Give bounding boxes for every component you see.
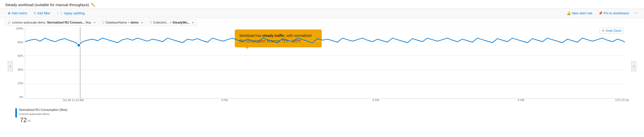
legend-unit: % [27, 119, 30, 123]
pin-dashboard-label: Pin to dashboard [604, 11, 629, 15]
add-metric-label: Add metric [12, 11, 27, 15]
legend-value: 72 [20, 117, 27, 124]
filter-db: ▽ DatabaseName = demo ✕ [100, 20, 145, 25]
x-label-0: Oct 08 11:43 AM [63, 99, 84, 102]
y-label-0: 0% [19, 96, 23, 99]
chart-outer: ‹ › 100% 80% 60% 40% 20% 0% ↺ Undo Zoom [8, 27, 636, 106]
add-filter-icon: ▽ [34, 11, 36, 15]
edit-icon[interactable]: ✏️ [91, 3, 95, 7]
legend-value-row: 72 % [19, 117, 67, 124]
filter-row: 📈 cosmos-autoscale-demo, Normalized RU C… [0, 18, 644, 27]
x-axis: Oct 08 11:43 AM 3 PM 6 PM 9 PM UTC-07:00 [25, 99, 630, 106]
x-label-utc: UTC-07:00 [615, 99, 629, 102]
legend-metric-name: Normalized RU Consumption (Max) [19, 108, 67, 112]
remove-collection-button[interactable]: ✕ [192, 21, 194, 24]
filter-collection-text: Collection... = SteadyWo... [153, 21, 190, 24]
x-label-2: 6 PM [372, 99, 379, 102]
filter-collection-icon: ▽ [150, 21, 152, 24]
toolbar-right: 🔔 New alert rule 📌 Pin to dashboard ··· [564, 10, 639, 16]
y-label-40: 40% [18, 68, 23, 71]
pin-icon: 📌 [598, 11, 603, 15]
legend-row: Normalized RU Consumption (Max) cosmos-a… [0, 106, 644, 125]
filter-metric: 📈 cosmos-autoscale-demo, Normalized RU C… [5, 20, 98, 25]
nav-right-button[interactable]: › [631, 61, 636, 71]
apply-splitting-icon: ⋮⋮ [56, 11, 63, 15]
legend-info: Normalized RU Consumption (Max) cosmos-a… [19, 108, 67, 124]
alert-rule-button[interactable]: 🔔 New alert rule [564, 10, 595, 16]
page-wrapper: Steady workload (suitable for manual thr… [0, 0, 644, 137]
y-label-60: 60% [18, 54, 23, 57]
alert-rule-label: New alert rule [572, 11, 592, 15]
y-axis: 100% 80% 60% 40% 20% 0% [14, 27, 25, 99]
remove-db-button[interactable]: ✕ [141, 21, 143, 24]
filter-collection: ▽ Collection... = SteadyWo... ✕ [147, 20, 196, 25]
add-metric-button[interactable]: ⊕ Add metric [5, 10, 30, 16]
add-filter-button[interactable]: ▽ Add filter [31, 10, 53, 16]
remove-metric-button[interactable]: ✕ [93, 21, 96, 24]
add-metric-icon: ⊕ [8, 11, 10, 15]
y-label-20: 20% [18, 82, 23, 85]
chart-container: 100% 80% 60% 40% 20% 0% ↺ Undo Zoom Work… [14, 27, 630, 106]
chart-svg [25, 27, 625, 98]
pin-dashboard-button[interactable]: 📌 Pin to dashboard [596, 10, 631, 16]
chart-area: ↺ Undo Zoom Workload has steady traffic,… [25, 27, 625, 99]
chart-title: Steady workload (suitable for manual thr… [5, 3, 89, 7]
chart-icon: 📈 [7, 21, 11, 24]
alert-icon: 🔔 [567, 11, 571, 15]
legend-source: cosmos-autoscale-demo [19, 112, 67, 116]
x-label-1: 3 PM [221, 99, 228, 102]
chart-title-row: Steady workload (suitable for manual thr… [0, 0, 644, 8]
filter-db-icon: ▽ [102, 21, 105, 24]
toolbar: ⊕ Add metric ▽ Add filter ⋮⋮ Apply split… [0, 8, 644, 18]
add-filter-label: Add filter [37, 11, 50, 15]
y-label-100: 100% [16, 27, 23, 30]
chart-dot [77, 44, 80, 47]
legend-color-bar [15, 108, 17, 118]
more-options-button[interactable]: ··· [632, 10, 639, 16]
x-label-3: 9 PM [518, 99, 524, 102]
filter-metric-text: cosmos-autoscale-demo, Normalized RU Con… [12, 21, 91, 24]
filter-db-text: DatabaseName = demo [106, 21, 139, 24]
apply-splitting-label: Apply splitting [64, 11, 84, 15]
nav-left-button[interactable]: ‹ [8, 61, 13, 71]
apply-splitting-button[interactable]: ⋮⋮ Apply splitting [54, 10, 87, 16]
y-label-80: 80% [18, 41, 23, 44]
